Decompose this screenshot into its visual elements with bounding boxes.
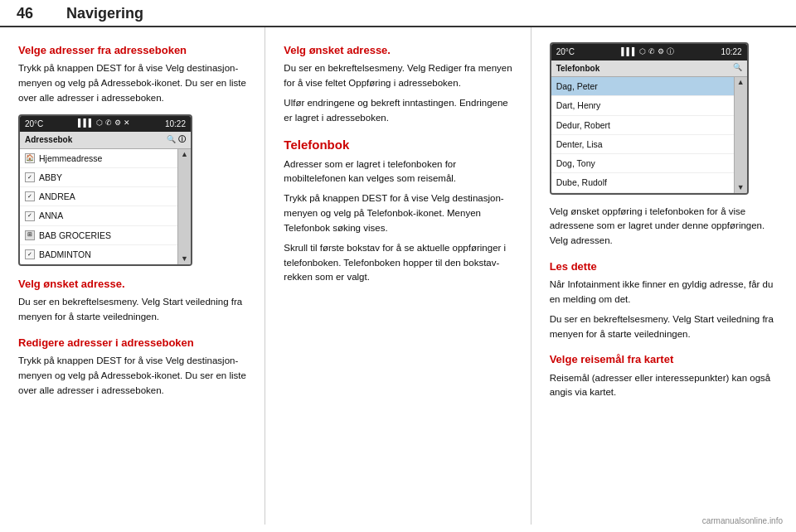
list-item-anna[interactable]: ✓ ANNA — [20, 206, 177, 225]
signal-icon: ▌▌▌ — [78, 118, 94, 129]
list-item-dog[interactable]: Dog, Tony — [551, 154, 734, 173]
screen1-nav-list: 🏠 Hjemmeadresse ✓ ABBY ✓ ANDREA ✓ — [20, 149, 177, 265]
col2-para4: Trykk på knappen DEST for å vise Velg de… — [284, 191, 512, 235]
category-icon: ⊞ — [25, 230, 35, 240]
list-item-home[interactable]: 🏠 Hjemmeadresse — [20, 149, 177, 168]
screen1-icons-right: 🔍 ⓘ — [167, 134, 186, 146]
screen2-title-bar: Telefonbok 🔍 — [551, 60, 747, 78]
col1-para3: Trykk på knappen DEST for å vise Velg de… — [18, 354, 246, 398]
screen2-icons-right: 🔍 — [733, 62, 742, 74]
list-item-dag-label: Dag, Peter — [556, 80, 598, 93]
col3-heading1: Velg ønsket oppføring i telefonboken for… — [550, 205, 778, 249]
settings-icon-2: ⚙ — [658, 46, 664, 58]
list-item-badminton[interactable]: ✓ BADMINTON — [20, 245, 177, 264]
check-icon: ✓ — [25, 211, 35, 221]
screen1-title-bar: Adressebok 🔍 ⓘ — [20, 132, 191, 149]
scroll-down-arrow[interactable]: ▼ — [181, 255, 188, 263]
col2-para2: Ulfør endringene og bekreft inntastingen… — [284, 96, 512, 126]
screen1-title: Adressebok — [25, 133, 72, 147]
content-area: Velge adresser fra adresseboken Trykk på… — [0, 27, 796, 525]
col1-para2: Du ser en bekreftelsesmeny. Velg Start v… — [18, 295, 246, 325]
list-item-dedur[interactable]: Dedur, Robert — [551, 116, 734, 135]
screen1-list-container: 🏠 Hjemmeadresse ✓ ABBY ✓ ANDREA ✓ — [20, 149, 191, 265]
list-item-home-label: Hjemmeadresse — [39, 152, 102, 165]
col1-para1: Trykk på knappen DEST for å vise Velg de… — [18, 61, 246, 105]
page-number: 46 — [17, 5, 33, 22]
col3-para2: Du ser en bekreftelsesmeny. Velg Start v… — [550, 312, 778, 342]
screen2-icons: ▌▌▌ ⬡ ✆ ⚙ ⓘ — [621, 46, 674, 58]
list-item-abby-label: ABBY — [39, 171, 62, 184]
screen1-icons: ▌▌▌ ⬡ ✆ ⚙ ✕ — [78, 118, 130, 129]
screen1-time: 10:22 — [165, 118, 186, 131]
screen2-temp: 20°C — [556, 46, 575, 59]
nav-screen-2: 20°C ▌▌▌ ⬡ ✆ ⚙ ⓘ 10:22 Telefonbok 🔍 — [550, 42, 749, 195]
nav-screen-1: 20°C ▌▌▌ ⬡ ✆ ⚙ ✕ 10:22 Adressebok 🔍 ⓘ — [18, 114, 192, 267]
list-item-andrea-label: ANDREA — [39, 190, 75, 203]
col1: Velge adresser fra adresseboken Trykk på… — [0, 27, 265, 525]
list-item-dedur-label: Dedur, Robert — [556, 118, 610, 132]
watermark-text: carmanualsonline.info — [702, 516, 783, 525]
settings-icon: ⚙ — [114, 118, 121, 129]
phone-icon: ✆ — [105, 118, 112, 129]
list-item-badminton-label: BADMINTON — [39, 248, 91, 261]
nav-screen-header-1: 20°C ▌▌▌ ⬡ ✆ ⚙ ✕ 10:22 — [20, 116, 191, 133]
search-icon: 🔍 — [167, 134, 176, 146]
list-item-denter[interactable]: Denter, Lisa — [551, 135, 734, 154]
screen1-temp: 20°C — [25, 118, 43, 131]
col1-heading2: Velg ønsket adresse. — [18, 276, 246, 293]
screen2-list-wrapper: Dag, Peter Dart, Henry Dedur, Robert Den… — [551, 77, 734, 193]
screen2-nav-list: Dag, Peter Dart, Henry Dedur, Robert Den… — [551, 77, 734, 193]
bluetooth-icon: ⬡ — [96, 118, 103, 129]
screen1-list-wrapper: 🏠 Hjemmeadresse ✓ ABBY ✓ ANDREA ✓ — [20, 149, 177, 265]
scroll-down-arrow-2[interactable]: ▼ — [737, 184, 745, 191]
list-item-bab-label: BAB GROCERIES — [39, 229, 111, 242]
screen2-list-container: Dag, Peter Dart, Henry Dedur, Robert Den… — [551, 77, 747, 193]
screen2-time: 10:22 — [721, 46, 742, 59]
col3-heading2: Les dette — [550, 259, 778, 275]
page-header: 46 Navigering — [0, 0, 796, 27]
bluetooth-icon-2: ⬡ — [639, 46, 646, 58]
scroll-up-arrow-2[interactable]: ▲ — [737, 79, 745, 86]
info-icon-2: ⓘ — [667, 46, 674, 58]
list-item-denter-label: Denter, Lisa — [556, 138, 603, 151]
list-item-dube[interactable]: Dube, Rudolf — [551, 173, 734, 192]
col2: Velg ønsket adresse. Du ser en bekreftel… — [265, 27, 531, 525]
col2-heading1: Velg ønsket adresse. — [284, 42, 512, 59]
col3-para3: Reisemål (adresser eller interessepunkte… — [550, 371, 778, 401]
phone-icon-2: ✆ — [648, 46, 655, 58]
check-icon: ✓ — [25, 249, 35, 259]
list-item-bab[interactable]: ⊞ BAB GROCERIES — [20, 226, 177, 245]
col1-heading1: Velge adresser fra adresseboken — [18, 42, 246, 59]
page-title: Navigering — [66, 5, 143, 22]
search-icon-2: 🔍 — [733, 62, 742, 74]
page-footer: carmanualsonline.info — [702, 516, 783, 525]
scroll-arrows-2[interactable]: ▲ ▼ — [734, 77, 747, 193]
scroll-arrows-1[interactable]: ▲ ▼ — [177, 149, 191, 265]
check-icon: ✓ — [25, 191, 35, 201]
col3-heading3: Velge reisemål fra kartet — [550, 351, 778, 368]
col2-para3: Adresser som er lagret i telefonboken fo… — [284, 157, 512, 187]
home-icon: 🏠 — [25, 153, 35, 163]
list-item-andrea[interactable]: ✓ ANDREA — [20, 187, 177, 206]
list-item-dube-label: Dube, Rudolf — [556, 176, 607, 189]
check-icon: ✓ — [25, 172, 35, 182]
close-icon: ✕ — [124, 118, 130, 129]
scroll-up-arrow[interactable]: ▲ — [181, 151, 188, 158]
col3: 20°C ▌▌▌ ⬡ ✆ ⚙ ⓘ 10:22 Telefonbok 🔍 — [531, 27, 796, 525]
info-icon: ⓘ — [178, 134, 186, 146]
signal-icon-2: ▌▌▌ — [621, 46, 637, 58]
screen2-title: Telefonbok — [556, 62, 600, 75]
list-item-dog-label: Dog, Tony — [556, 157, 595, 170]
col2-heading2: Telefonbok — [284, 135, 512, 154]
list-item-anna-label: ANNA — [39, 209, 63, 222]
nav-screen-header-2: 20°C ▌▌▌ ⬡ ✆ ⚙ ⓘ 10:22 — [551, 44, 747, 60]
list-item-abby[interactable]: ✓ ABBY — [20, 168, 177, 187]
col1-heading3: Redigere adresser i adresseboken — [18, 335, 246, 351]
list-item-dart-label: Dart, Henry — [556, 99, 601, 112]
list-item-dag[interactable]: Dag, Peter — [551, 77, 734, 96]
col2-para5: Skrull til første bokstav for å se aktue… — [284, 241, 512, 285]
col2-para1: Du ser en bekreftelsesmeny. Velg Rediger… — [284, 61, 512, 91]
list-item-dart[interactable]: Dart, Henry — [551, 96, 734, 115]
col3-para1: Når Infotainment ikke finner en gyldig a… — [550, 278, 778, 307]
